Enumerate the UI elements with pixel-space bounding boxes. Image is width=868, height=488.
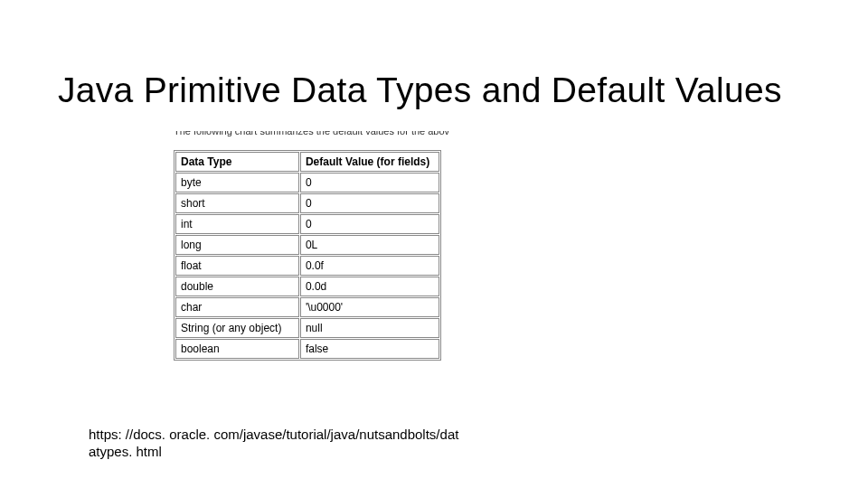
table-row: String (or any object) null: [175, 318, 439, 338]
cell-value: 0: [300, 173, 439, 192]
table-row: char '\u0000': [175, 297, 439, 317]
source-url: https: //docs. oracle. com/javase/tutori…: [89, 427, 495, 461]
table-row: int 0: [175, 214, 439, 234]
cell-value: null: [300, 318, 439, 338]
intro-text-content: The following chart summarizes the defau…: [174, 131, 449, 136]
cell-type: char: [175, 297, 299, 317]
data-types-table: Data Type Default Value (for fields) byt…: [174, 150, 441, 361]
cell-type: double: [175, 277, 299, 296]
table-row: short 0: [175, 193, 439, 213]
header-default-value: Default Value (for fields): [300, 152, 439, 172]
cell-type: int: [175, 214, 299, 234]
table-row: byte 0: [175, 173, 439, 192]
cell-value: 0L: [300, 235, 439, 255]
header-data-type: Data Type: [175, 152, 299, 172]
cell-value: false: [300, 339, 439, 359]
page-title: Java Primitive Data Types and Default Va…: [58, 70, 782, 110]
intro-text-clipped: The following chart summarizes the defau…: [174, 131, 449, 140]
cell-type: byte: [175, 173, 299, 192]
cell-type: boolean: [175, 339, 299, 359]
cell-value: 0: [300, 214, 439, 234]
table-header-row: Data Type Default Value (for fields): [175, 152, 439, 172]
cell-value: '\u0000': [300, 297, 439, 317]
cell-value: 0.0f: [300, 256, 439, 276]
table-row: boolean false: [175, 339, 439, 359]
cell-type: float: [175, 256, 299, 276]
content-area: The following chart summarizes the defau…: [174, 131, 449, 361]
cell-value: 0: [300, 193, 439, 213]
cell-value: 0.0d: [300, 277, 439, 296]
cell-type: String (or any object): [175, 318, 299, 338]
table-row: float 0.0f: [175, 256, 439, 276]
table-row: long 0L: [175, 235, 439, 255]
cell-type: long: [175, 235, 299, 255]
cell-type: short: [175, 193, 299, 213]
table-row: double 0.0d: [175, 277, 439, 296]
